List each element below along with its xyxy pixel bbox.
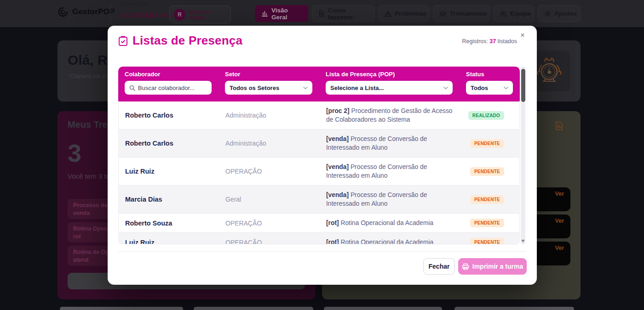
pop-tag: [venda] [326,135,349,142]
records-count: 37 [489,38,496,45]
topbar-divider [110,4,111,23]
status-select[interactable]: Todos [466,81,513,95]
collaborator-name: Roberto Carlos [125,112,225,119]
attendance-lists-modal: Listas de Presença Registros: 37 listado… [108,26,537,285]
column-header-lista: Lista de Presença (POP) [326,71,395,78]
column-header-colaborador: Colaborador [125,71,160,78]
sector-value: OPERAÇÃO [225,220,326,227]
user-name: Roberto Carlos [189,9,226,20]
collaborator-name: Luiz Ruiz [125,239,225,245]
nav-label: Equipe [510,10,531,17]
table-row[interactable]: Luiz RuizOPERAÇÃO[rot] Rotina Operaciona… [119,233,519,244]
pop-tag: [venda] [326,192,349,198]
graduation-cap-icon [439,11,447,17]
close-icon[interactable]: × [518,30,528,40]
chevron-down-icon [303,86,308,90]
nav-item-como-fazemos[interactable]: Como fazemos [312,5,374,22]
collaborator-name: Roberto Souza [125,220,225,227]
imprimir-turma-button[interactable]: Imprimir a turma [458,258,527,275]
stat-card-edge [60,307,183,310]
greeting-quote: "Clareza na con [68,73,112,79]
pop-list-name: [rot] Rotina Operacional da Academia [326,238,462,244]
status-badge: REALIZADO [468,111,504,120]
sector-value: Administração [225,140,326,147]
stat-card-edge [454,307,574,310]
list-select[interactable]: Selecione a Lista... [326,81,453,95]
app-logo-text: GestorPOP [72,7,115,17]
records-counter: Registros: 37 listados [462,38,517,45]
chevron-down-icon [443,86,448,90]
pop-tag: [venda] [326,163,349,170]
footer-divider [118,251,526,252]
nav-label: Treinamento [450,10,487,17]
pop-list-name: [venda] Processo de Conversão de Interes… [326,163,462,180]
column-header-setor: Setor [225,71,240,78]
table-row[interactable]: Luiz RuizOPERAÇÃO[venda] Processo de Con… [119,158,519,186]
ver-link[interactable]: Ver [555,191,564,197]
nav-label: Como fazemos [328,7,368,21]
search-placeholder: Buscar colaborador... [138,85,195,91]
pop-list-name: [proc 2] Procedimento de Gestão de Acess… [326,107,462,124]
avatar: R [174,9,185,21]
status-badge: PENDENTE [470,139,504,148]
flaming-wheel-icon [535,57,564,85]
bar-chart-icon [261,10,268,17]
stat-card-edge [194,307,313,310]
gestorpop-logo-icon [58,6,69,17]
fechar-button[interactable]: Fechar [423,258,455,275]
stat-card-edge [324,307,442,310]
ver-link[interactable]: Ver [555,218,564,224]
search-icon [129,85,135,91]
report-document-icon [555,121,563,130]
status-badge: PENDENTE [470,167,504,176]
column-header-status: Status [466,71,484,78]
warning-icon [385,11,391,17]
pop-tag: [rot] [326,239,339,244]
search-input[interactable]: Buscar colaborador... [125,81,212,95]
table-row[interactable]: Marcia DiasGeral[venda] Processo de Conv… [119,186,519,214]
modal-title: Listas de Presença [132,34,242,48]
ver-link[interactable]: Ver [555,245,564,251]
nav-label: Visão Geral [271,7,302,21]
pop-tag: [rot] [326,220,339,226]
sector-value: Administração [225,112,326,119]
pop-list-name: [venda] Processo de Conversão de Interes… [326,191,462,208]
nav-item-treinamento[interactable]: Treinamento [433,5,490,22]
status-badge: PENDENTE [470,238,504,244]
attendance-table: Roberto CarlosAdministração[proc 2] Proc… [118,101,520,244]
pop-tag: [proc 2] [326,107,350,114]
trainings-subtitle: Você tem 3 tr [68,172,108,180]
app-logo[interactable]: GestorPOP [58,6,115,17]
status-badge: PENDENTE [470,219,504,227]
scrollbar-down-arrow[interactable] [521,240,525,242]
nav-item-ajustes[interactable]: Ajustes [538,5,581,22]
nav-item-visao-geral[interactable]: Visão Geral [255,5,308,22]
pop-list-name: [venda] Processo de Conversão de Interes… [326,135,462,152]
sector-value: Geral [225,196,326,203]
gear-icon [544,10,551,17]
top-navigation-bar: GestorPOP Organização ACADEMIA ACME R Ro… [0,0,644,27]
nav-label: Ajustes [554,10,577,17]
table-row[interactable]: Roberto SouzaOPERAÇÃO[rot] Rotina Operac… [119,214,519,233]
table-row[interactable]: Roberto CarlosAdministração[venda] Proce… [119,130,519,158]
trainings-count: 3 [68,139,81,167]
table-row[interactable]: Roberto CarlosAdministração[proc 2] Proc… [119,101,519,130]
modal-scrollbar[interactable] [521,67,525,244]
clipboard-check-icon [118,35,128,46]
pop-list-name: [rot] Rotina Operacional da Academia [326,219,462,227]
collaborator-name: Roberto Carlos [125,140,225,147]
chevron-down-icon [504,86,508,90]
status-badge: PENDENTE [470,195,504,204]
sector-select[interactable]: Todos os Setores [225,81,312,95]
users-icon [500,11,507,17]
filter-header-band: Colaborador Buscar colaborador... Setor … [118,67,520,101]
nav-item-problemas[interactable]: Problemas [378,5,430,22]
scrollbar-thumb[interactable] [521,69,525,102]
nav-item-equipe[interactable]: Equipe [493,5,534,22]
collaborator-name: Marcia Dias [125,196,225,203]
printer-icon [462,263,469,270]
nav-label: Problemas [395,10,426,17]
collaborator-name: Luiz Ruiz [125,168,225,175]
user-chip[interactable]: R Roberto Carlos [169,6,231,23]
document-icon [318,10,325,17]
